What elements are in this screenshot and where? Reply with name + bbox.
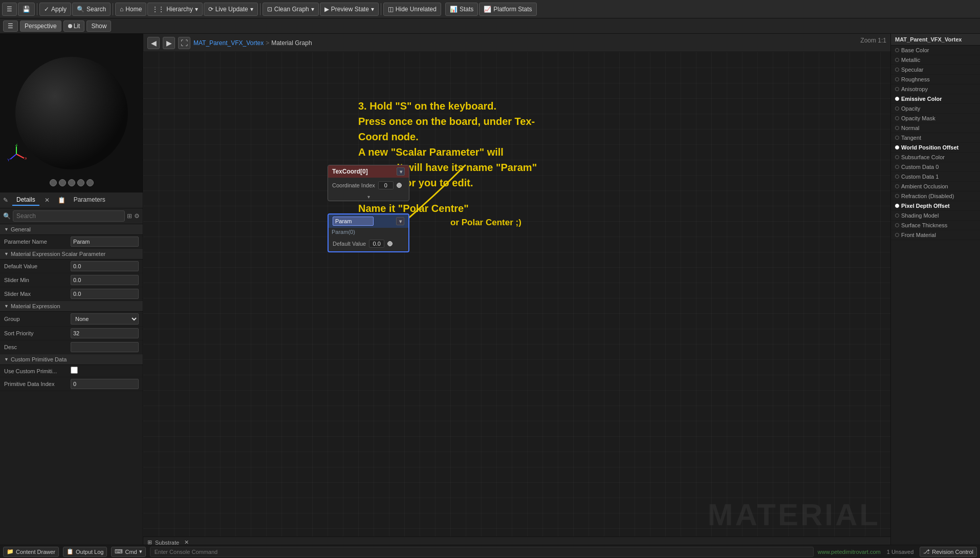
hamburger-viewport-btn[interactable]: ☰ xyxy=(3,20,18,32)
rp-base-color[interactable]: Base Color xyxy=(891,46,980,55)
chevron-down-icon3: ▾ xyxy=(311,6,314,13)
rp-opacity[interactable]: Opacity xyxy=(891,104,980,114)
rp-specular[interactable]: Specular xyxy=(891,65,980,75)
rp-roughness[interactable]: Roughness xyxy=(891,75,980,84)
apply-btn[interactable]: ✓ Apply xyxy=(39,3,71,16)
param-node[interactable]: ▾ Param(0) Default Value 0.0 xyxy=(328,213,409,252)
subsurface-label: Subsurface Color xyxy=(901,154,945,160)
stats-label: Stats xyxy=(460,6,473,13)
slider-max-input[interactable] xyxy=(71,289,139,299)
rp-custom-data-0[interactable]: Custom Data 0 xyxy=(891,162,980,172)
rp-opacity-mask[interactable]: Opacity Mask xyxy=(891,114,980,123)
dot-metallic xyxy=(895,58,899,62)
forward-btn[interactable]: ▶ xyxy=(163,37,175,49)
close-btn[interactable]: ✕ xyxy=(45,197,50,204)
preview-state-btn[interactable]: ▶ Preview State ▾ xyxy=(320,3,379,16)
live-update-btn[interactable]: ⟳ Live Update ▾ xyxy=(204,3,258,16)
status-right: www.petedimitrovart.com 1 Unsaved ⎇ Revi… xyxy=(818,547,977,557)
svg-line-0 xyxy=(16,154,24,158)
slider-min-input[interactable] xyxy=(71,275,139,285)
rp-front-material[interactable]: Front Material xyxy=(891,230,980,240)
section-scalar[interactable]: ▼ Material Expression Scalar Parameter xyxy=(0,249,143,260)
texcoord-expand[interactable]: ▾ xyxy=(328,193,409,201)
custom-label: Custom Primitive Data xyxy=(11,356,67,362)
content-drawer-btn[interactable]: 📁 Content Drawer xyxy=(3,547,59,557)
group-select[interactable]: None xyxy=(71,313,139,325)
tab-parameters[interactable]: Parameters xyxy=(70,195,110,206)
output-log-btn[interactable]: 📋 Output Log xyxy=(63,547,107,557)
gear-icon[interactable]: ⚙ xyxy=(134,212,140,220)
section-expression[interactable]: ▼ Material Expression xyxy=(0,301,143,312)
console-input[interactable] xyxy=(150,547,814,557)
cmd-btn[interactable]: ⌨ Cmd ▾ xyxy=(111,547,145,557)
grid-icon[interactable]: ⊞ xyxy=(127,212,132,220)
section-custom[interactable]: ▼ Custom Primitive Data xyxy=(0,354,143,365)
stats-icon: 📊 xyxy=(450,6,458,13)
graph-area[interactable]: ◀ ▶ ⛶ MAT_Parent_VFX_Vortex > Material G… xyxy=(143,34,890,545)
connect-dot2[interactable] xyxy=(387,241,393,246)
lit-btn[interactable]: Lit xyxy=(63,20,85,32)
rp-surface-thickness[interactable]: Surface Thickness xyxy=(891,221,980,230)
back-btn[interactable]: ◀ xyxy=(147,37,160,49)
save-btn[interactable]: 💾 xyxy=(18,3,35,16)
desc-input[interactable] xyxy=(71,342,139,352)
control-dots xyxy=(50,179,94,186)
sphere-viewport[interactable]: X Z Y xyxy=(0,34,143,192)
search-btn[interactable]: 🔍 Search xyxy=(72,3,111,16)
dot-tangent xyxy=(895,136,899,140)
substrate-icon: ⊞ xyxy=(147,539,152,545)
breadcrumb-part1[interactable]: MAT_Parent_VFX_Vortex xyxy=(193,39,264,47)
content-drawer-label: Content Drawer xyxy=(16,549,55,555)
connect-dot[interactable] xyxy=(397,183,402,188)
rp-ambient-occlusion[interactable]: Ambient Occlusion xyxy=(891,182,980,191)
hamburger-btn[interactable]: ☰ xyxy=(2,3,17,16)
param-name-input[interactable] xyxy=(71,237,139,247)
prim-index-input[interactable] xyxy=(71,379,139,389)
clean-graph-btn[interactable]: ⊡ Clean Graph ▾ xyxy=(263,3,319,16)
default-value-label: Default Value xyxy=(4,263,71,269)
right-panel: MAT_Parent_VFX_Vortex Base Color Metalli… xyxy=(890,34,980,545)
perspective-btn[interactable]: Perspective xyxy=(20,20,61,32)
prop-desc: Desc xyxy=(0,340,143,354)
svg-line-2 xyxy=(10,154,16,159)
section-general[interactable]: ▼ General xyxy=(0,224,143,235)
rp-anisotropy[interactable]: Anisotropy xyxy=(891,84,980,94)
rp-metallic[interactable]: Metallic xyxy=(891,55,980,65)
default-value-input[interactable] xyxy=(71,261,139,271)
graph-canvas[interactable]: 3. Hold "S" on the keyboard. Press once … xyxy=(143,52,890,545)
platform-stats-btn[interactable]: 📈 Platform Stats xyxy=(479,3,536,16)
home-btn[interactable]: ⌂ Home xyxy=(115,3,146,16)
expand-btn[interactable]: ⛶ xyxy=(178,37,190,49)
stats-btn[interactable]: 📊 Stats xyxy=(445,3,478,16)
rp-shading-model[interactable]: Shading Model xyxy=(891,211,980,221)
rp-world-pos[interactable]: World Position Offset xyxy=(891,143,980,153)
param-chevron[interactable]: ▾ xyxy=(396,217,404,225)
revision-control-btn[interactable]: ⎇ Revision Control xyxy=(920,547,977,557)
use-custom-label: Use Custom Primiti... xyxy=(4,368,71,374)
use-custom-checkbox[interactable] xyxy=(71,367,78,374)
texcoord-node[interactable]: TexCoord[0] ▾ Coordinate Index 0 ▾ xyxy=(328,165,409,201)
rp-custom-data-1[interactable]: Custom Data 1 xyxy=(891,172,980,182)
scalar-label: Material Expression Scalar Parameter xyxy=(11,251,105,257)
default-value-field: Default Value 0.0 xyxy=(333,240,404,248)
custom-data-0-label: Custom Data 0 xyxy=(901,164,939,170)
dot-opacity xyxy=(895,106,899,111)
rp-subsurface[interactable]: Subsurface Color xyxy=(891,153,980,162)
breadcrumb: MAT_Parent_VFX_Vortex > Material Graph xyxy=(193,39,312,47)
param-name-node-input[interactable] xyxy=(333,217,374,226)
texcoord-chevron[interactable]: ▾ xyxy=(397,167,405,176)
details-search-input[interactable] xyxy=(13,210,125,222)
substrate-close[interactable]: ✕ xyxy=(184,539,189,545)
rp-pixel-depth[interactable]: Pixel Depth Offset xyxy=(891,201,980,211)
rp-emissive[interactable]: Emissive Color xyxy=(891,94,980,104)
show-btn[interactable]: Show xyxy=(86,20,111,32)
rp-refraction[interactable]: Refraction (Disabled) xyxy=(891,191,980,201)
rp-normal[interactable]: Normal xyxy=(891,123,980,133)
hierarchy-btn[interactable]: ⋮⋮ Hierarchy ▾ xyxy=(147,3,202,16)
tangent-label: Tangent xyxy=(901,135,921,141)
sort-priority-input[interactable] xyxy=(71,328,139,338)
hide-unrelated-btn[interactable]: ◫ Hide Unrelated xyxy=(383,3,441,16)
tab-details[interactable]: Details xyxy=(12,195,39,206)
dot-custom-1 xyxy=(895,175,899,179)
rp-tangent[interactable]: Tangent xyxy=(891,133,980,143)
